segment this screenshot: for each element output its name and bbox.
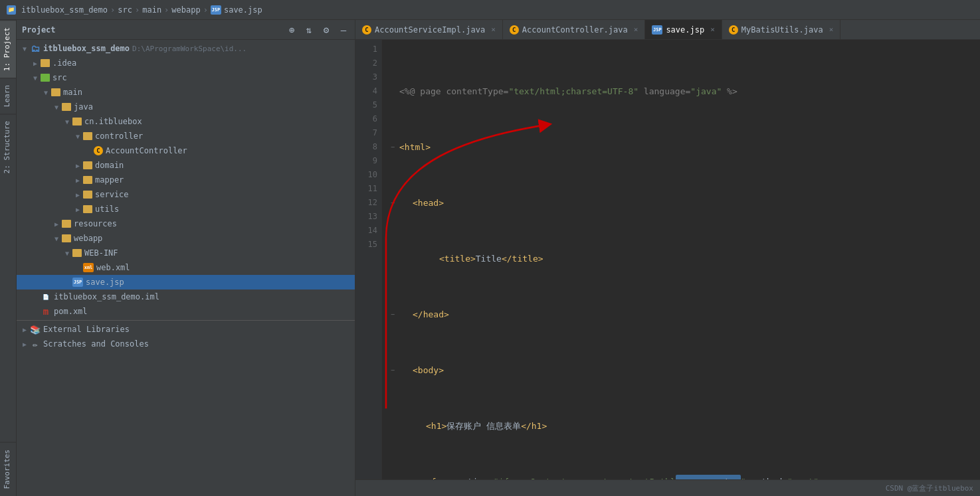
project-icon: 📁: [7, 5, 16, 15]
tree-arrow-utils[interactable]: [72, 206, 83, 213]
side-tabs: 1: Project Learn 2: Structure Favorites: [0, 20, 17, 496]
panel-sort-btn[interactable]: ⇅: [303, 24, 315, 36]
tree-arrow-cn[interactable]: [62, 118, 72, 125]
code-line-3: − <head>: [389, 196, 973, 210]
jsp-icon: JSP: [72, 278, 83, 287]
breadcrumb-file: JSP save.jsp: [211, 5, 262, 15]
tab-label-mybatis: MyBatisUtils.java: [741, 25, 823, 35]
panel-minimize-btn[interactable]: —: [338, 24, 349, 36]
resources-icon: [62, 220, 71, 228]
bottom-right: CSDN @蓝盒子itbluebox: [886, 483, 973, 493]
tree-arrow-src[interactable]: [30, 74, 41, 82]
tree-arrow-controller[interactable]: [72, 133, 83, 140]
file-icon: JSP: [211, 5, 221, 15]
pom-icon: m: [41, 306, 51, 317]
tree-item-java[interactable]: java: [17, 100, 355, 114]
tree-item-src[interactable]: src: [17, 70, 355, 85]
tree-arrow-scratches[interactable]: [19, 341, 30, 348]
tree-label-mapper: mapper: [95, 175, 124, 185]
tab-close-mybatis[interactable]: ×: [829, 25, 834, 34]
tree-item-webxml[interactable]: xml web.xml: [17, 260, 355, 275]
tree-arrow-webinf[interactable]: [62, 250, 72, 257]
tree-item-resources[interactable]: resources: [17, 216, 355, 231]
title-bar: 📁 itbluebox_ssm_demo › src › main › weba…: [0, 0, 980, 20]
breadcrumb-webapp: webapp: [171, 5, 200, 15]
root-icon: 🗂: [30, 43, 41, 54]
tree-item-webapp[interactable]: webapp: [17, 231, 355, 246]
iml-icon: 📄: [41, 292, 51, 301]
tree-label-webxml: web.xml: [96, 263, 130, 272]
tree-arrow-domain[interactable]: [72, 162, 83, 169]
tree-item-domain[interactable]: domain: [17, 158, 355, 173]
tree-item-idea[interactable]: .idea: [17, 56, 355, 70]
tab-save-jsp[interactable]: JSP save.jsp ×: [645, 20, 722, 39]
tree-item-scratches[interactable]: ✏ Scratches and Consoles: [17, 337, 355, 351]
tree-item-utils[interactable]: utils: [17, 202, 355, 216]
tree-item-iml[interactable]: 📄 itbluebox_ssm_demo.iml: [17, 289, 355, 304]
scratches-icon: ✏: [30, 339, 41, 349]
tab-bar: C AccountServiceImpl.java × C AccountCon…: [355, 20, 980, 40]
tree-label-ac: AccountController: [106, 146, 187, 155]
tree-item-ext-libs[interactable]: 📚 External Libraries: [17, 322, 355, 337]
domain-icon: [83, 161, 92, 169]
tree-label-pom: pom.xml: [54, 307, 88, 316]
side-tab-learn[interactable]: Learn: [0, 78, 16, 114]
src-icon: [41, 74, 50, 82]
tree-item-pom[interactable]: m pom.xml: [17, 304, 355, 319]
breadcrumb-file-label: save.jsp: [224, 5, 262, 15]
webapp-icon: [62, 234, 71, 242]
tree-item-service[interactable]: service: [17, 187, 355, 202]
utils-icon: [83, 205, 92, 213]
java-c-icon: C: [94, 146, 103, 155]
tree-item-account-controller[interactable]: C AccountController: [17, 143, 355, 158]
tab-close-jsp[interactable]: ×: [710, 25, 715, 34]
tree-arrow-main[interactable]: [41, 89, 51, 96]
code-editor[interactable]: 1 2 3 4 5 6 7 8 9 10 11 12 13 14 15: [355, 40, 980, 479]
tree-label-idea: .idea: [52, 58, 76, 68]
main-layout: 1: Project Learn 2: Structure Favorites …: [0, 20, 980, 496]
tree-item-webinf[interactable]: WEB-INF: [17, 246, 355, 260]
panel-settings-btn[interactable]: ⚙: [320, 24, 332, 36]
tree-arrow-webapp[interactable]: [51, 235, 62, 242]
tree-item-savejsp[interactable]: JSP save.jsp: [17, 275, 355, 289]
tree-item-root[interactable]: 🗂 itbluebox_ssm_demo D:\AProgramWorkSpac…: [17, 41, 355, 56]
tree-label-java: java: [74, 102, 93, 112]
tab-close-service[interactable]: ×: [491, 25, 496, 34]
tree-label-controller: controller: [95, 131, 143, 141]
tree-item-mapper[interactable]: mapper: [17, 173, 355, 187]
tab-label-service: AccountServiceImpl.java: [375, 25, 485, 35]
tree-arrow-root[interactable]: [19, 45, 30, 52]
tree-path-root: D:\AProgramWorkSpace\id...: [132, 44, 246, 53]
code-content[interactable]: <%@ page contentType="text/html;charset=…: [382, 40, 980, 479]
tab-account-controller[interactable]: C AccountController.java ×: [503, 20, 646, 39]
tab-icon-controller: C: [510, 25, 519, 35]
tree-item-controller[interactable]: controller: [17, 129, 355, 143]
panel-add-btn[interactable]: ⊕: [286, 24, 298, 36]
side-tab-structure[interactable]: 2: Structure: [0, 114, 16, 180]
controller-icon: [83, 132, 92, 140]
code-line-2: − <html>: [389, 140, 973, 154]
java-icon: [62, 103, 71, 111]
tree-arrow-java[interactable]: [51, 104, 62, 111]
code-line-1: <%@ page contentType="text/html;charset=…: [389, 84, 973, 98]
tree-label-ext: External Libraries: [43, 325, 130, 334]
tree-item-main[interactable]: main: [17, 85, 355, 100]
tree-arrow-ext[interactable]: [19, 326, 30, 333]
tree-arrow-mapper[interactable]: [72, 177, 83, 184]
tab-account-service-impl[interactable]: C AccountServiceImpl.java ×: [355, 20, 503, 39]
tree-label-root: itbluebox_ssm_demo: [43, 44, 130, 53]
code-line-7: <h1>保存账户 信息表单</h1>: [389, 419, 973, 433]
ext-icon: 📚: [30, 324, 41, 335]
side-tab-favorites[interactable]: Favorites: [0, 442, 16, 496]
tree-item-cn-itbluebox[interactable]: cn.itbluebox: [17, 114, 355, 129]
tab-mybatis-utils[interactable]: C MyBatisUtils.java ×: [722, 20, 840, 39]
code-line-5: − </head>: [389, 307, 973, 321]
tree-label-main: main: [63, 88, 82, 97]
tab-close-controller[interactable]: ×: [634, 25, 638, 34]
breadcrumb-webapp-label: webapp: [171, 5, 200, 15]
tree-arrow-service[interactable]: [72, 191, 83, 199]
tree-arrow-idea[interactable]: [30, 60, 41, 67]
side-tab-project[interactable]: 1: Project: [0, 20, 16, 78]
tree-arrow-resources[interactable]: [51, 220, 62, 228]
breadcrumb-main: main: [142, 5, 161, 15]
